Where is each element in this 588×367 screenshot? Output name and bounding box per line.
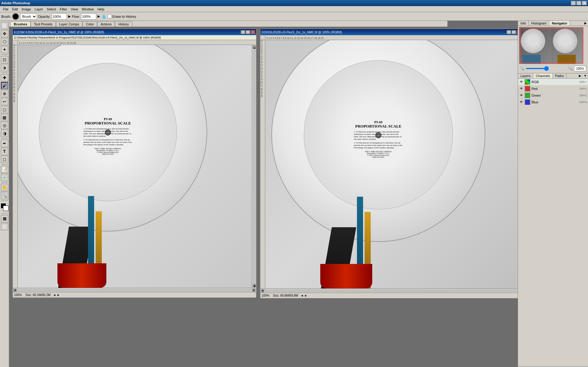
minimize-button[interactable]: _ [571,1,576,5]
zoom-in-icon[interactable]: 🔍 [568,66,573,71]
titlebar-buttons: _ □ ✕ [571,1,587,5]
slice-tool[interactable]: ⬗ [1,64,8,71]
doc1-canvas[interactable]: PS 69 PROPORTIONAL SCALE 1. To find new … [18,45,252,288]
color-selector[interactable] [1,203,9,211]
zoom-out-icon[interactable]: 🔍 [520,66,524,71]
doc1-titlebar[interactable]: E1DSM K3hSLI0100-LR-FlexS_2m_1s_HiMC.tif… [13,29,256,35]
tab-tool-presets[interactable]: Tool Presets [31,21,56,27]
channel-blue[interactable]: 👁 Blue Ctrl+3 [518,99,588,106]
menu-image[interactable]: Image [20,7,33,12]
opacity-arrow[interactable]: ▶ [68,14,71,18]
opacity-input[interactable] [52,13,67,20]
layers-minimize-btn[interactable]: ▼ [582,73,588,78]
clone-tool[interactable]: ⊕ [1,90,8,97]
tab-color[interactable]: Color [83,21,97,27]
zoom-percent-input[interactable] [574,66,586,71]
tab-info[interactable]: Info [518,21,529,26]
doc1-nav-arrows[interactable]: ◄ ► [53,293,60,297]
tab-layers[interactable]: Layers [518,73,533,78]
move-tool[interactable]: ✥ [1,30,8,37]
channel-green[interactable]: 👁 Green Ctrl+2 [518,92,588,99]
scale-circle: PS 69 PROPORTIONAL SCALE 1. To find new … [18,45,207,232]
text-tool[interactable]: T [1,148,8,155]
tab-paths[interactable]: Paths [553,73,567,78]
flow-arrow[interactable]: ▶ [97,14,100,18]
eyedropper-tool[interactable]: 💉 [1,174,8,181]
channel-rgb[interactable]: 👁 RGB Ctrl+~ [518,79,588,85]
doc2-titlebar[interactable]: D3XhSLI0100-LR-FlexS_2m_1s_hiMC.tif @ 10… [260,29,518,35]
menu-file[interactable]: File [1,7,10,12]
flow-input[interactable] [81,13,96,20]
doc1-scroll-right[interactable]: ► [252,289,255,292]
zoom-tool[interactable]: 🔍 [1,192,8,199]
doc1-close[interactable]: ✕ [251,30,255,34]
layers-tabs: Layers Channels Paths ▶ ▼ [518,73,588,79]
tab-actions[interactable]: Actions [97,21,115,27]
hand-tool[interactable]: ✋ [1,184,8,191]
tab-channels[interactable]: Channels [533,73,553,78]
quick-mask-btn[interactable]: ⬛ [1,215,8,222]
layers-panel-menu[interactable]: ▶ [578,73,582,78]
doc2-close[interactable]: ✕ [516,30,518,34]
zoom-slider[interactable] [526,68,567,69]
doc1-scroll-left[interactable]: ◄ [13,289,17,292]
dodge-tool[interactable]: ◑ [1,130,8,137]
crop-tool[interactable]: ⊡ [1,56,8,63]
menu-edit[interactable]: Edit [10,7,20,12]
brush-tool[interactable]: 🖌 [1,82,8,89]
screen-mode-btn[interactable]: ⬜ [1,223,8,230]
erase-history-label[interactable]: Erase to History [108,14,136,18]
eye-icon-red[interactable]: 👁 [519,87,524,91]
channel-red[interactable]: 👁 Red Ctrl+1 [518,85,588,92]
gradient-tool[interactable]: ▦ [1,114,8,121]
doc1-minimize[interactable]: _ [241,30,245,34]
eraser-tool[interactable]: ◻ [1,106,8,113]
doc1-scroll-down[interactable]: ▼ [253,284,256,287]
history-brush-tool[interactable]: ↩ [1,98,8,105]
heal-tool[interactable]: ✚ [1,74,8,81]
notes-tool[interactable]: 📝 [1,166,8,173]
doc1-scrollbar-v[interactable]: ▲ ▼ [252,45,256,288]
panel-menu-btn[interactable]: ▶ [583,21,588,26]
menu-view[interactable]: View [69,7,80,12]
doc2-nav-arrows[interactable]: ◄ ► [300,294,307,297]
tab-navigator[interactable]: Navigator [549,21,570,26]
doc1-maximize[interactable]: □ [246,30,250,34]
eye-icon-green[interactable]: 👁 [519,93,524,98]
doc2-maximize[interactable]: □ [512,30,516,34]
doc2-canvas[interactable]: PS 69 PROPORTIONAL SCALE 1. To find new … [265,40,518,288]
menu-layer[interactable]: Layer [33,7,45,12]
content-area: Brushes Tool Presets Layer Comps Color A… [9,21,518,367]
eye-icon-blue[interactable]: 👁 [519,100,524,104]
doc2-ruler-h: 0 1 2 3 4 5 6 7 8 9 10 11 12 13 14 15 16… [265,35,518,40]
eye-icon-rgb[interactable]: 👁 [519,80,524,84]
background-color[interactable] [3,206,9,211]
pen-tool[interactable]: ✒ [1,140,8,147]
maximize-button[interactable]: □ [576,1,581,5]
tab-brushes[interactable]: Brushes [10,21,31,27]
close-button[interactable]: ✕ [582,1,587,5]
doc1-scroll-up[interactable]: ▲ [253,46,256,49]
menu-filter[interactable]: Filter [58,7,69,12]
menu-help[interactable]: Help [96,7,106,12]
shape-tool[interactable]: ◻ [1,156,8,163]
menu-window[interactable]: Window [80,7,96,12]
menu-select[interactable]: Select [45,7,58,12]
lasso-tool[interactable]: ⬡ [1,38,8,45]
brush-preview[interactable] [12,13,19,20]
tab-layer-comps[interactable]: Layer Comps [56,21,83,27]
erase-history-checkbox[interactable] [108,14,112,18]
mode-select[interactable]: Brush [20,13,37,20]
rectangular-marquee-tool[interactable]: ⬜ [1,22,8,29]
magic-wand-tool[interactable]: ✦ [1,46,8,53]
doc1-scrollbar-h[interactable]: ◄ ► [13,288,256,292]
airbrush-icon[interactable]: 💧 [101,14,106,19]
doc2-scrollbar-h[interactable]: ◄ ► [260,288,518,293]
navigator-preview[interactable] [519,27,583,64]
doc2-scroll-left[interactable]: ◄ [261,289,264,292]
doc2-minimize[interactable]: _ [507,30,511,34]
doc1-statusbar: 100% Doc: 60.2M/60.2M ◄ ► [13,292,256,298]
blur-tool[interactable]: ◎ [1,122,8,129]
tab-history[interactable]: History [115,21,132,27]
tab-histogram[interactable]: Histogram [529,21,549,26]
